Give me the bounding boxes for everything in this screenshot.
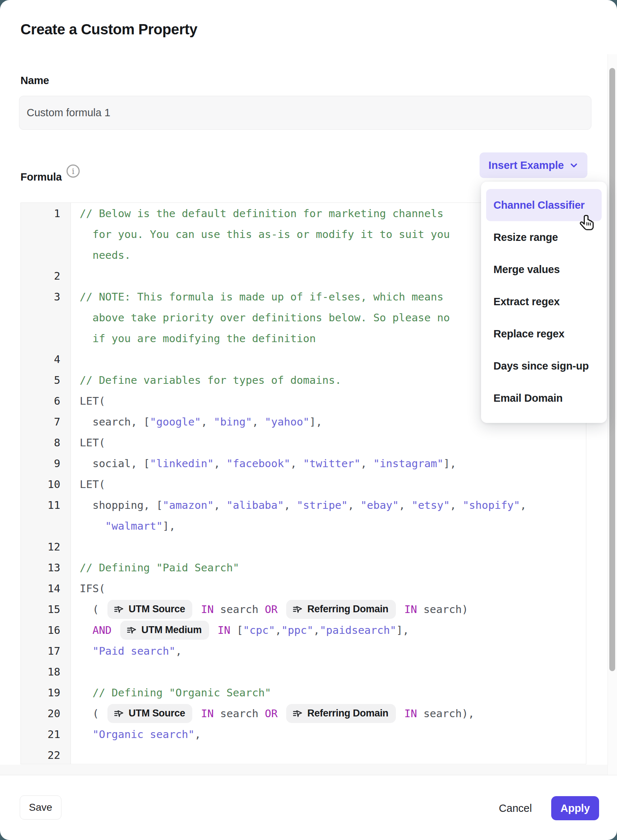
field-chip[interactable]: UTM Source [108, 600, 193, 619]
page-title: Create a Custom Property [21, 21, 197, 38]
apply-button[interactable]: Apply [551, 796, 599, 820]
code-row: 17 "Paid search", [21, 641, 586, 661]
code-line[interactable]: // Defining "Paid Search" [71, 557, 586, 578]
code-token: [ [237, 624, 243, 636]
code-line[interactable]: AND UTM Medium IN ["cpc","ppc","paidsear… [71, 620, 586, 641]
code-token: // Defining "Organic Search" [80, 686, 271, 699]
code-line[interactable]: shopping, ["amazon", "alibaba", "stripe"… [71, 495, 586, 515]
code-line[interactable]: "walmart"], [71, 515, 586, 536]
menu-item-days-since-sign-up[interactable]: Days since sign-up [486, 350, 602, 382]
code-token: "ppc" [282, 624, 313, 636]
line-number [21, 224, 71, 245]
menu-item-replace-regex[interactable]: Replace regex [486, 317, 602, 350]
code-token: , [313, 624, 319, 636]
code-token: LET( [80, 395, 105, 407]
field-chip[interactable]: UTM Source [108, 704, 193, 723]
code-row: 9 social, ["linkedin", "facebook", "twit… [21, 453, 586, 474]
menu-item-extract-regex[interactable]: Extract regex [486, 285, 602, 317]
line-number: 17 [21, 641, 71, 661]
code-token: , [201, 416, 214, 428]
code-line[interactable]: "Paid search", [71, 641, 586, 661]
line-number: 14 [21, 578, 71, 599]
menu-item-email-domain[interactable]: Email Domain [486, 382, 602, 414]
line-number: 12 [21, 536, 71, 557]
code-row: 13// Defining "Paid Search" [21, 557, 586, 578]
code-token [80, 645, 93, 657]
code-row: 16 AND UTM Medium IN ["cpc","ppc","paids… [21, 620, 586, 641]
code-line[interactable] [71, 745, 586, 764]
code-token: social, [ [80, 457, 150, 470]
create-custom-property-dialog: Create a Custom Property Name Custom for… [0, 0, 617, 840]
code-token: ( [80, 603, 105, 616]
code-line[interactable]: social, ["linkedin", "facebook", "twitte… [71, 453, 586, 474]
code-token [80, 728, 93, 741]
code-token: "google" [150, 416, 201, 428]
code-line[interactable] [71, 661, 586, 682]
field-chip-label: UTM Source [128, 708, 185, 719]
code-line[interactable]: "Organic search", [71, 724, 586, 745]
code-line[interactable] [71, 536, 586, 557]
line-number: 11 [21, 495, 71, 515]
info-icon[interactable]: i [66, 164, 80, 178]
field-chip[interactable]: Referring Domain [286, 600, 396, 619]
field-chip-label: UTM Source [128, 604, 185, 615]
line-number: 21 [21, 724, 71, 745]
code-token: // Below is the default definition for m… [80, 207, 443, 220]
line-number: 13 [21, 557, 71, 578]
code-token: search), [423, 707, 474, 720]
code-token: "Paid search" [93, 645, 176, 657]
code-row: 20 ( UTM Source IN search OR Referring D… [21, 703, 586, 724]
code-token: above take priority over definitions bel… [80, 311, 450, 324]
insert-example-button[interactable]: Insert Example [480, 152, 587, 178]
code-row: 11 shopping, ["amazon", "alibaba", "stri… [21, 495, 586, 515]
code-token: , [214, 457, 227, 470]
code-line[interactable]: // Defining "Organic Search" [71, 682, 586, 703]
code-line[interactable]: LET( [71, 474, 586, 495]
code-line[interactable]: LET( [71, 432, 586, 453]
line-number: 5 [21, 369, 71, 390]
line-number: 3 [21, 286, 71, 307]
code-line[interactable]: ( UTM Source IN search OR Referring Doma… [71, 599, 586, 620]
code-token: , [290, 457, 303, 470]
code-token: , [195, 728, 201, 741]
code-token: "walmart" [105, 520, 163, 532]
field-chip[interactable]: Referring Domain [286, 704, 396, 723]
line-number [21, 307, 71, 328]
code-token: ], [310, 416, 322, 428]
code-token: IN [398, 707, 424, 720]
scrollbar-thumb[interactable] [609, 68, 615, 671]
code-token: "bing" [214, 416, 252, 428]
code-token: search [220, 707, 265, 720]
code-line[interactable]: ( UTM Source IN search OR Referring Doma… [71, 703, 586, 724]
code-token: IN [398, 603, 424, 616]
line-number: 18 [21, 661, 71, 682]
vertical-scrollbar[interactable] [608, 54, 617, 775]
line-number: 2 [21, 266, 71, 286]
save-button[interactable]: Save [20, 796, 61, 819]
code-token: ], [396, 624, 409, 636]
code-token: for you. You can use this as-is or modif… [80, 228, 450, 241]
code-token: "linkedin" [150, 457, 214, 470]
code-row: 18 [21, 661, 586, 682]
code-row: 14IFS( [21, 578, 586, 599]
code-token: needs. [80, 249, 131, 261]
hand-cursor-icon [578, 214, 597, 235]
code-row: 8LET( [21, 432, 586, 453]
editor-bottom-strip [0, 765, 617, 775]
code-token: "amazon" [163, 499, 214, 511]
line-number [21, 515, 71, 536]
code-token: , [399, 499, 412, 511]
code-line[interactable]: IFS( [71, 578, 586, 599]
menu-item-merge-values[interactable]: Merge values [486, 253, 602, 285]
line-number: 9 [21, 453, 71, 474]
name-input[interactable]: Custom formula 1 [19, 96, 591, 130]
code-token: , [520, 499, 526, 511]
field-chip[interactable]: UTM Medium [120, 621, 209, 640]
line-number: 19 [21, 682, 71, 703]
code-token: "cpc" [243, 624, 275, 636]
code-token: IN [211, 624, 237, 636]
line-number [21, 245, 71, 266]
cancel-button[interactable]: Cancel [490, 796, 541, 820]
code-token: "facebook" [227, 457, 291, 470]
line-number [21, 328, 71, 349]
